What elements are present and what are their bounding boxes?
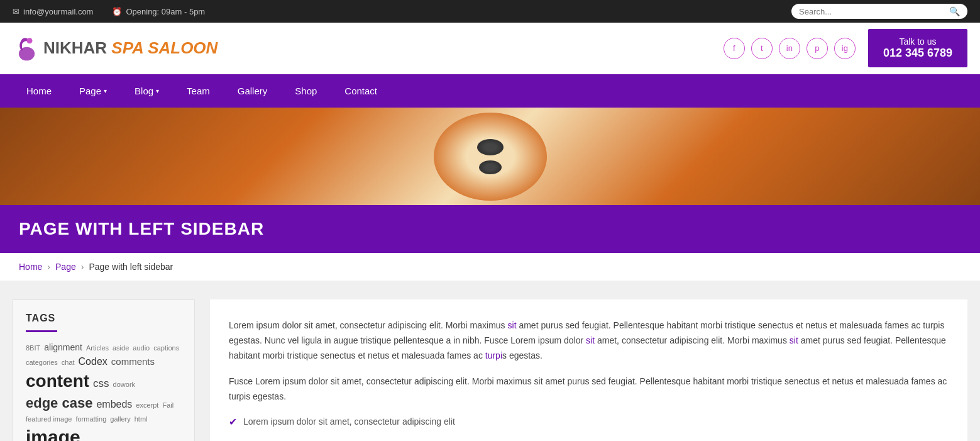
tag-image[interactable]: image <box>26 427 80 441</box>
hero-image <box>0 108 980 205</box>
site-header: NIKHAR SPA SALOON f t in p ig Talk to us… <box>0 23 980 74</box>
phone-number: 012 345 6789 <box>883 47 952 60</box>
page-dropdown-arrow: ▾ <box>104 87 107 94</box>
search-icon[interactable]: 🔍 <box>949 6 960 16</box>
tag-codex[interactable]: Codex <box>79 356 107 367</box>
tag-dowork[interactable]: dowork <box>113 381 135 388</box>
blog-dropdown-arrow: ▾ <box>156 87 159 94</box>
tag-css[interactable]: css <box>93 377 109 390</box>
top-search-area: 🔍 <box>791 4 967 19</box>
linkedin-icon[interactable]: in <box>779 38 800 59</box>
tag-chat[interactable]: chat <box>62 359 75 366</box>
page-title-bar: PAGE WITH LEFT SIDEBAR <box>0 205 980 253</box>
tags-list: 8BIT alignment Articles aside audio capt… <box>26 342 182 441</box>
tag-categories[interactable]: categories <box>26 359 58 366</box>
social-icons: f t in p ig <box>724 38 856 59</box>
opening-info: ⏰ Opening: 09am - 5pm <box>112 7 205 16</box>
breadcrumb-current: Page with left sidebar <box>89 262 173 272</box>
facebook-icon[interactable]: f <box>724 38 745 59</box>
breadcrumb-sep1: › <box>47 262 50 272</box>
breadcrumb-page[interactable]: Page <box>55 262 76 272</box>
search-box[interactable]: 🔍 <box>791 4 967 19</box>
tag-featured-image[interactable]: featured image <box>26 415 72 423</box>
sidebar: TAGS 8BIT alignment Articles aside audio… <box>13 299 195 441</box>
main-nav: Home Page ▾ Blog ▾ Team Gallery Shop Con… <box>0 74 980 108</box>
breadcrumb-home[interactable]: Home <box>19 262 42 272</box>
logo-text: NIKHAR SPA SALOON <box>43 38 217 58</box>
opening-text: Opening: 09am - 5pm <box>126 7 205 16</box>
content-paragraph-2: Fusce Lorem ipsum dolor sit amet, consec… <box>229 374 949 405</box>
content-paragraph-1: Lorem ipsum dolor sit amet, consectetur … <box>229 318 949 363</box>
tag-embeds[interactable]: embeds <box>96 399 132 410</box>
main-content: TAGS 8BIT alignment Articles aside audio… <box>0 281 980 441</box>
tag-content[interactable]: content <box>26 371 89 391</box>
tag-gallery[interactable]: gallery <box>110 415 130 423</box>
header-contact: Talk to us 012 345 6789 <box>868 29 967 67</box>
talk-label: Talk to us <box>883 36 952 47</box>
tags-title: TAGS <box>26 313 182 324</box>
nav-team[interactable]: Team <box>173 74 224 108</box>
tags-underline <box>26 330 57 332</box>
tag-aside[interactable]: aside <box>113 344 129 352</box>
tag-html[interactable]: html <box>135 415 148 423</box>
top-bar: ✉ info@yourmail.com ⏰ Opening: 09am - 5p… <box>0 0 980 23</box>
nav-page[interactable]: Page ▾ <box>65 74 121 108</box>
instagram-icon[interactable]: ig <box>834 38 856 59</box>
search-input[interactable] <box>799 7 949 16</box>
nav-blog[interactable]: Blog ▾ <box>121 74 173 108</box>
logo-link[interactable]: NIKHAR SPA SALOON <box>13 34 217 62</box>
tag-captions[interactable]: captions <box>153 344 179 352</box>
stone-bottom <box>479 160 502 174</box>
twitter-icon[interactable]: t <box>751 38 773 59</box>
svg-point-1 <box>27 38 33 43</box>
check-icon: ✔ <box>229 416 237 428</box>
tag-fail[interactable]: Fail <box>162 401 173 409</box>
tag-excerpt[interactable]: excerpt <box>136 401 158 409</box>
logo-colored-text: SPA SALOON <box>111 38 217 57</box>
page-title: PAGE WITH LEFT SIDEBAR <box>19 219 961 239</box>
checklist-text-1: Lorem ipsum dolor sit amet, consectetur … <box>243 416 455 427</box>
nav-contact[interactable]: Contact <box>331 74 391 108</box>
tag-alignment[interactable]: alignment <box>44 342 82 352</box>
tag-edge-case[interactable]: edge case <box>26 395 92 411</box>
email-info: ✉ info@yourmail.com <box>13 7 93 16</box>
nav-home[interactable]: Home <box>13 74 65 108</box>
stone-top <box>477 139 504 155</box>
tags-widget: TAGS 8BIT alignment Articles aside audio… <box>13 299 195 441</box>
tag-formatting[interactable]: formatting <box>75 415 106 423</box>
tag-audio[interactable]: audio <box>133 344 150 352</box>
mail-icon: ✉ <box>13 7 19 16</box>
nav-shop[interactable]: Shop <box>281 74 331 108</box>
email-text: info@yourmail.com <box>23 7 93 16</box>
breadcrumb: Home › Page › Page with left sidebar <box>0 253 980 281</box>
checklist-item-1: ✔ Lorem ipsum dolor sit amet, consectetu… <box>229 416 949 428</box>
tag-comments[interactable]: comments <box>111 356 155 367</box>
logo-icon <box>13 34 41 62</box>
page-content: Lorem ipsum dolor sit amet, consectetur … <box>210 299 967 441</box>
clock-icon: ⏰ <box>112 7 122 16</box>
pinterest-icon[interactable]: p <box>807 38 828 59</box>
breadcrumb-sep2: › <box>81 262 84 272</box>
tag-8bit[interactable]: 8BIT <box>26 344 40 352</box>
hero-oval <box>434 113 547 201</box>
tag-articles[interactable]: Articles <box>86 344 109 352</box>
nav-gallery[interactable]: Gallery <box>224 74 282 108</box>
